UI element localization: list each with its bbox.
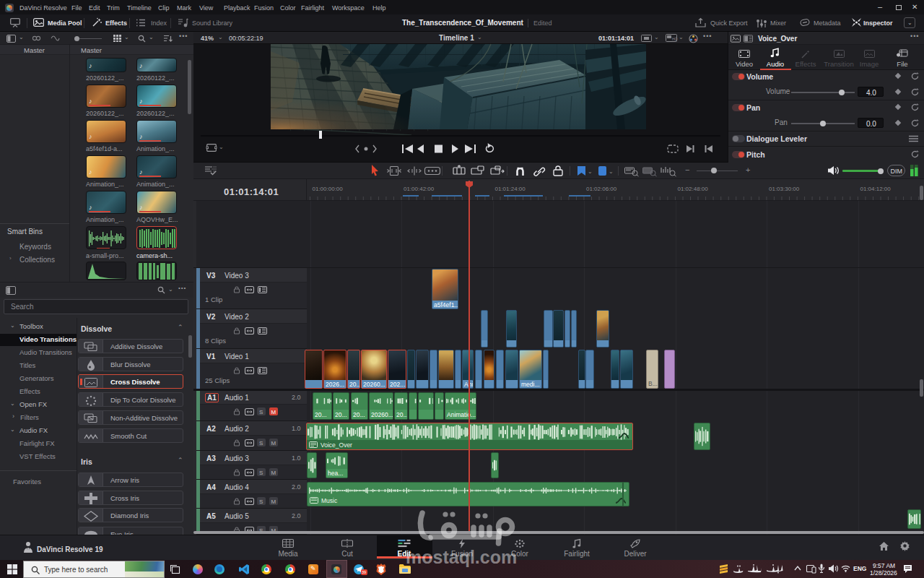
svg-text:HQ: HQ <box>672 37 678 41</box>
